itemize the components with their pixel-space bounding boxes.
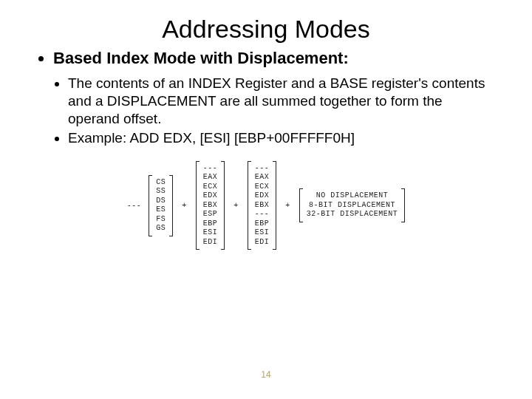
base-reg: EBX — [203, 201, 218, 211]
bullet-level-2: The contents of an INDEX Register and a … — [37, 75, 495, 148]
plus-icon: + — [232, 202, 240, 210]
displacement-option: 8-BIT DISPLACEMENT — [309, 201, 395, 211]
slide-title: Addressing Modes — [37, 15, 495, 44]
bullet-level-1: Based Index Mode with Displacement: — [37, 48, 495, 69]
index-reg: EDX — [255, 191, 270, 201]
dash-icon: --- — [127, 202, 142, 210]
displacement-option: 32-BIT DISPLACEMENT — [307, 210, 398, 219]
segment-reg: CS — [156, 178, 166, 188]
page-number: 14 — [0, 369, 532, 380]
index-reg: ECX — [255, 183, 270, 192]
base-reg: ESP — [203, 210, 218, 219]
description-bullet: The contents of an INDEX Register and a … — [68, 75, 495, 129]
segment-reg: ES — [156, 205, 166, 215]
index-reg: ESI — [255, 228, 270, 238]
index-reg: --- — [255, 210, 270, 219]
index-reg: EBX — [255, 201, 270, 211]
plus-icon: + — [284, 202, 292, 210]
base-reg: EDX — [203, 191, 218, 201]
dash-row: --- — [203, 164, 218, 174]
base-reg: EAX — [203, 173, 218, 183]
index-reg: EBP — [255, 219, 270, 229]
dash-row: --- — [255, 164, 270, 174]
segment-reg: DS — [156, 197, 166, 206]
plus-icon: + — [180, 202, 188, 210]
base-reg: EDI — [203, 238, 218, 248]
segment-register-group: CS SS DS ES FS GS — [149, 175, 173, 236]
index-reg: EDI — [255, 238, 270, 248]
segment-reg: GS — [156, 224, 166, 233]
example-bullet: Example: ADD EDX, [ESI] [EBP+00FFFFF0H] — [68, 129, 495, 147]
slide: Addressing Modes Based Index Mode with D… — [0, 0, 532, 399]
base-reg: ESI — [203, 228, 218, 238]
base-reg: EBP — [203, 219, 218, 229]
displacement-option: NO DISPLACEMENT — [316, 191, 389, 201]
base-reg: ECX — [203, 183, 218, 192]
displacement-group: NO DISPLACEMENT 8-BIT DISPLACEMENT 32-BI… — [299, 188, 406, 222]
segment-reg: FS — [156, 215, 166, 225]
addressing-diagram: --- CS SS DS ES FS GS + --- EAX ECX EDX … — [37, 161, 495, 250]
index-reg: EAX — [255, 173, 270, 183]
mode-heading: Based Index Mode with Displacement: — [53, 48, 495, 69]
segment-reg: SS — [156, 187, 166, 197]
index-register-group: --- EAX ECX EDX EBX --- EBP ESI EDI — [248, 161, 277, 250]
base-register-group: --- EAX ECX EDX EBX ESP EBP ESI EDI — [196, 161, 225, 250]
